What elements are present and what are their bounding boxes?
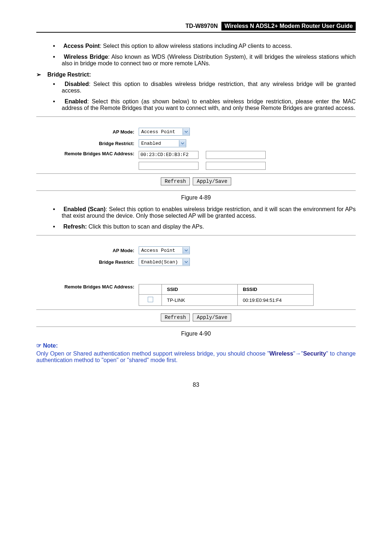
figure-89-panel: AP Mode: Access Point Bridge Restrict: E… — [36, 116, 356, 191]
fig1-apmode-label: AP Mode: — [40, 129, 139, 135]
fig1-apmode-select[interactable]: Access Point — [139, 128, 190, 136]
bridge-restrict-heading: Bridge Restrict: — [36, 71, 356, 78]
bullet-refresh-label: Refresh: — [63, 223, 87, 230]
fig1-br-value: Enabled — [139, 141, 179, 146]
fig2-br-label: Bridge Restrict: — [40, 259, 139, 265]
th-ssid: SSID — [162, 284, 238, 295]
fig2-apmode-value: Access Point — [139, 248, 183, 253]
note-heading: Note: — [36, 342, 356, 349]
chevron-down-icon — [183, 259, 189, 265]
fig1-mac-label: Remote Bridges MAC Address: — [40, 151, 139, 156]
bullet-ap-label: Access Point — [63, 43, 99, 49]
fig1-br-label: Bridge Restrict: — [40, 141, 139, 146]
note-body: Only Open or Shared authentication metho… — [36, 350, 356, 364]
bullet-wireless-bridge: Wireless Bridge: Also known as WDS (Wire… — [62, 54, 356, 67]
bullet-scan-text: : Select this option to enables wireless… — [62, 206, 356, 219]
apply-save-button[interactable]: Apply/Save — [193, 177, 231, 185]
fig1-mac-input-2[interactable] — [206, 151, 266, 159]
bullet-refresh-text: Click this button to scan and display th… — [87, 223, 204, 230]
chevron-down-icon — [179, 140, 186, 147]
bullet-disabled: Disabled: Select this option to disables… — [62, 81, 356, 94]
fig2-br-select[interactable]: Enabled(Scan) — [139, 258, 190, 266]
fig2-apmode-select[interactable]: Access Point — [139, 246, 190, 254]
fig2-br-value: Enabled(Scan) — [139, 259, 183, 265]
bullet-dis-text: : Select this option to disables wireles… — [62, 81, 356, 94]
figure-90-caption: Figure 4-90 — [36, 331, 356, 337]
chevron-down-icon — [183, 128, 189, 135]
fig1-br-select[interactable]: Enabled — [139, 139, 186, 147]
model-label: TD-W8970N — [185, 23, 220, 29]
doc-title: Wireless N ADSL2+ Modem Router User Guid… — [221, 22, 356, 30]
figure-90-panel: AP Mode: Access Point Bridge Restrict: E… — [36, 235, 356, 327]
page-number: 83 — [36, 382, 356, 388]
bullet-wb-label: Wireless Bridge — [64, 54, 108, 60]
fig2-scan-table: SSID BSSID TP-LINK 00:19:E0:94:51:F4 — [139, 284, 314, 306]
bullet-refresh: Refresh: Click this button to scan and d… — [62, 223, 356, 230]
bullet-enabled-scan: Enabled (Scan): Select this option to en… — [62, 206, 356, 219]
fig2-apmode-label: AP Mode: — [40, 248, 139, 253]
refresh-button[interactable]: Refresh — [161, 177, 190, 185]
chevron-down-icon — [183, 247, 189, 254]
page-header: TD-W8970N Wireless N ADSL2+ Modem Router… — [36, 22, 356, 33]
fig1-mac-input-3[interactable] — [139, 162, 199, 170]
scan-row-checkbox[interactable] — [148, 297, 153, 302]
bullet-en-label: Enabled — [65, 98, 87, 104]
bullet-dis-label: Disabled — [65, 81, 89, 87]
table-row: TP-LINK 00:19:E0:94:51:F4 — [139, 295, 314, 306]
bullet-scan-label: Enabled (Scan) — [64, 206, 106, 212]
cell-ssid: TP-LINK — [162, 295, 238, 306]
th-bssid: BSSID — [238, 284, 314, 295]
fig1-mac-input-1[interactable]: 00:23:CD:ED:B3:F2 — [139, 151, 199, 159]
cell-bssid: 00:19:E0:94:51:F4 — [238, 295, 314, 306]
bullet-enabled: Enabled: Select this option (as shown be… — [62, 98, 356, 111]
bullet-en-text: : Select this option (as shown below) to… — [62, 98, 356, 111]
bullet-ap-text: : Select this option to allow wireless s… — [100, 43, 292, 49]
refresh-button[interactable]: Refresh — [161, 313, 190, 321]
figure-89-caption: Figure 4-89 — [36, 194, 356, 201]
fig1-mac-input-4[interactable] — [206, 162, 266, 170]
fig2-mac-label: Remote Bridges MAC Address: — [40, 284, 139, 290]
fig1-apmode-value: Access Point — [139, 129, 183, 135]
bullet-access-point: Access Point: Select this option to allo… — [62, 43, 356, 49]
apply-save-button[interactable]: Apply/Save — [193, 313, 231, 321]
